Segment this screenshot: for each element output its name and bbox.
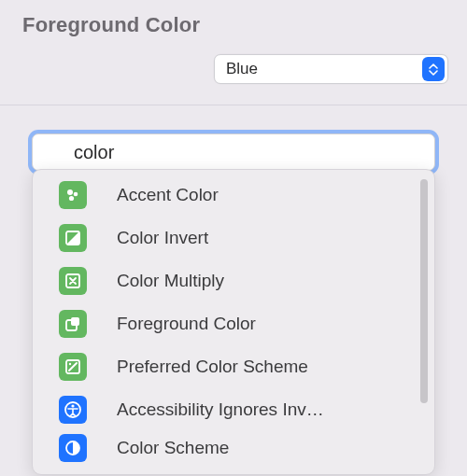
svg-rect-6 (71, 317, 79, 326)
result-preferred-color-scheme[interactable]: Preferred Color Scheme (36, 345, 431, 388)
color-invert-icon (59, 224, 87, 252)
result-label: Color Invert (117, 228, 208, 248)
color-multiply-icon (59, 267, 87, 295)
property-section: Foreground Color Blue (0, 0, 467, 105)
chevron-up-down-icon (422, 57, 445, 81)
modifier-search-section: Accent Color Color Invert Color Multiply (0, 105, 467, 171)
foreground-color-icon (59, 310, 87, 338)
result-label: Foreground Color (117, 314, 256, 334)
color-scheme-icon (59, 434, 87, 462)
svg-point-1 (74, 192, 78, 197)
result-label: Color Multiply (117, 271, 224, 291)
foreground-color-select[interactable]: Blue (214, 54, 448, 84)
autocomplete-popup: Accent Color Color Invert Color Multiply (32, 169, 435, 475)
section-title: Foreground Color (22, 13, 448, 37)
result-label: Accent Color (117, 185, 219, 205)
search-wrap (32, 133, 435, 171)
inspector-panel: Foreground Color Blue (0, 0, 467, 476)
svg-point-2 (69, 196, 74, 201)
scrollbar-thumb[interactable] (420, 179, 428, 403)
result-accent-color[interactable]: Accent Color (36, 174, 431, 217)
result-label: Preferred Color Scheme (117, 357, 308, 377)
autocomplete-list-container: Accent Color Color Invert Color Multiply (36, 174, 431, 470)
accent-color-icon (59, 181, 87, 209)
result-color-multiply[interactable]: Color Multiply (36, 259, 431, 302)
result-label: Accessibility Ignores Inv… (117, 399, 324, 420)
svg-point-8 (69, 363, 71, 365)
result-foreground-color[interactable]: Foreground Color (36, 302, 431, 345)
accessibility-icon (59, 396, 87, 424)
result-label: Color Scheme (117, 438, 229, 458)
modifier-search-input[interactable] (32, 133, 435, 171)
svg-point-0 (67, 189, 73, 195)
preferred-color-scheme-icon (59, 353, 87, 381)
value-select-wrap: Blue (22, 54, 448, 84)
svg-point-10 (71, 404, 74, 407)
autocomplete-list: Accent Color Color Invert Color Multiply (36, 174, 431, 465)
result-accessibility-ignores-invert[interactable]: Accessibility Ignores Inv… (36, 388, 431, 431)
result-color-scheme[interactable]: Color Scheme (36, 431, 431, 465)
select-value: Blue (226, 60, 258, 78)
result-color-invert[interactable]: Color Invert (36, 217, 431, 259)
